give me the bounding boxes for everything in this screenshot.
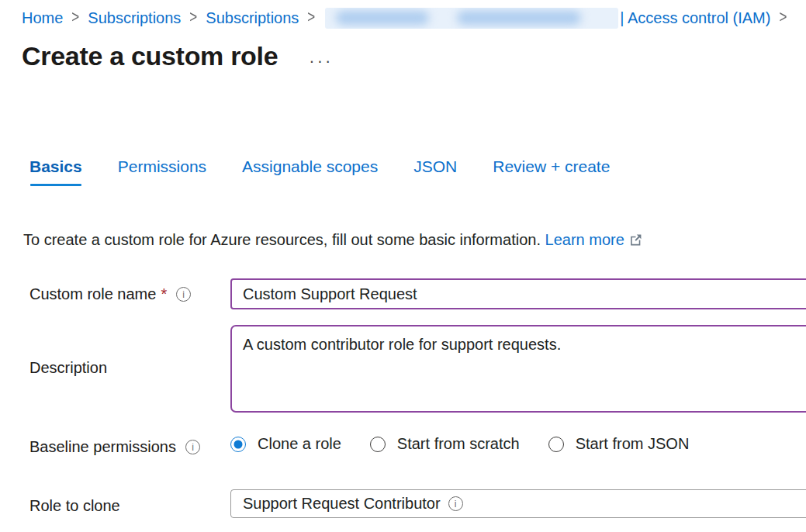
radio-clone-a-role-label: Clone a role <box>258 435 341 453</box>
info-icon[interactable]: i <box>176 287 191 302</box>
tab-json[interactable]: JSON <box>413 157 457 186</box>
role-to-clone-value: Support Request Contributor <box>243 495 441 513</box>
radio-selected-icon[interactable] <box>230 437 246 452</box>
baseline-permissions-label: Baseline permissions i <box>29 438 200 456</box>
title-row: Create a custom role ··· <box>22 41 333 71</box>
tab-review-create[interactable]: Review + create <box>493 157 610 186</box>
page-title: Create a custom role <box>22 41 278 71</box>
custom-role-name-label-text: Custom role name <box>29 285 156 303</box>
radio-clone-a-role[interactable]: Clone a role <box>230 435 341 453</box>
description-textarea[interactable]: A custom contributor role for support re… <box>230 325 806 413</box>
more-options-icon[interactable]: ··· <box>309 57 333 65</box>
breadcrumb-home[interactable]: Home <box>22 9 63 27</box>
chevron-right-icon: > <box>189 9 197 28</box>
learn-more-label: Learn more <box>545 231 624 248</box>
redacted-text-blob <box>457 11 581 25</box>
radio-start-from-scratch-label: Start from scratch <box>397 435 520 453</box>
baseline-permissions-label-text: Baseline permissions <box>29 438 176 456</box>
redacted-text-blob <box>336 11 429 25</box>
breadcrumb: Home > Subscriptions > Subscriptions > |… <box>22 6 806 29</box>
radio-unselected-icon[interactable] <box>370 437 386 452</box>
breadcrumb-access-control-iam[interactable]: | Access control (IAM) <box>620 9 770 27</box>
info-icon[interactable]: i <box>448 496 463 511</box>
breadcrumb-subscriptions-1[interactable]: Subscriptions <box>88 9 181 27</box>
radio-start-from-scratch[interactable]: Start from scratch <box>370 435 520 453</box>
custom-role-name-input[interactable] <box>230 278 806 309</box>
description-label: Description <box>29 359 107 377</box>
external-link-icon <box>629 233 642 250</box>
role-to-clone-dropdown[interactable]: Support Request Contributor i <box>230 489 806 518</box>
role-to-clone-label: Role to clone <box>29 497 120 515</box>
radio-start-from-json[interactable]: Start from JSON <box>548 435 690 453</box>
chevron-right-icon: > <box>307 9 315 28</box>
intro-text: To create a custom role for Azure resour… <box>23 231 642 250</box>
intro-sentence: To create a custom role for Azure resour… <box>23 231 541 248</box>
breadcrumb-redacted-subscription[interactable] <box>325 8 618 29</box>
baseline-permissions-radio-group: Clone a role Start from scratch Start fr… <box>230 435 718 453</box>
breadcrumb-subscriptions-2[interactable]: Subscriptions <box>206 9 299 27</box>
tab-basics[interactable]: Basics <box>29 157 82 186</box>
radio-start-from-json-label: Start from JSON <box>576 435 690 453</box>
custom-role-name-label: Custom role name * i <box>29 285 191 303</box>
tab-bar: Basics Permissions Assignable scopes JSO… <box>29 157 610 186</box>
tab-permissions[interactable]: Permissions <box>118 157 206 186</box>
info-icon[interactable]: i <box>185 440 200 454</box>
role-to-clone-label-text: Role to clone <box>29 497 120 515</box>
chevron-right-icon: > <box>71 9 79 28</box>
chevron-right-icon: > <box>779 9 787 28</box>
description-label-text: Description <box>29 359 107 377</box>
radio-unselected-icon[interactable] <box>548 437 564 452</box>
tab-assignable-scopes[interactable]: Assignable scopes <box>242 157 378 186</box>
required-asterisk: * <box>161 285 167 303</box>
learn-more-link[interactable]: Learn more <box>545 231 642 248</box>
